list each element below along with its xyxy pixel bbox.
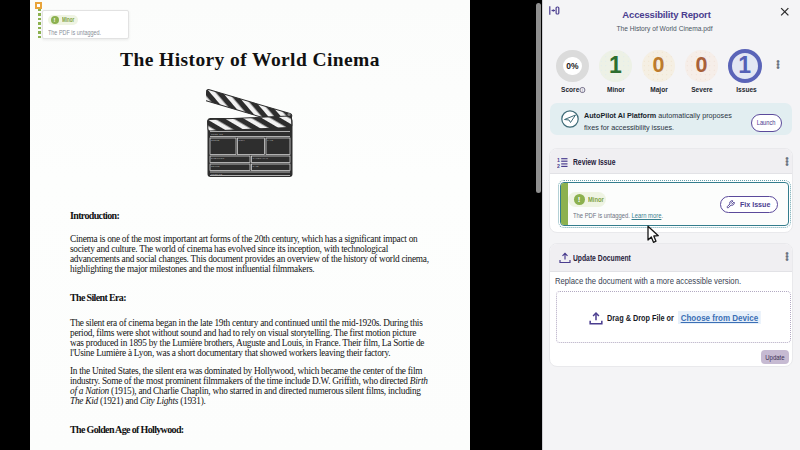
- svg-text:SCENE: SCENE: [211, 139, 220, 142]
- svg-text:1: 1: [557, 157, 560, 163]
- svg-text:TAKE: TAKE: [267, 139, 273, 142]
- svg-text:ROLL: ROLL: [239, 139, 246, 142]
- svg-text:PROD.CO.: PROD.CO.: [211, 173, 223, 176]
- svg-text:2: 2: [557, 163, 560, 168]
- svg-text:DIRECTION: DIRECTION: [211, 157, 224, 160]
- svg-text:PROD. NO.: PROD. NO.: [211, 133, 224, 136]
- svg-text:CAMERAMAN: CAMERAMAN: [253, 157, 269, 160]
- svg-text:SOUND: SOUND: [211, 165, 220, 168]
- svg-text:DATE: DATE: [253, 165, 260, 168]
